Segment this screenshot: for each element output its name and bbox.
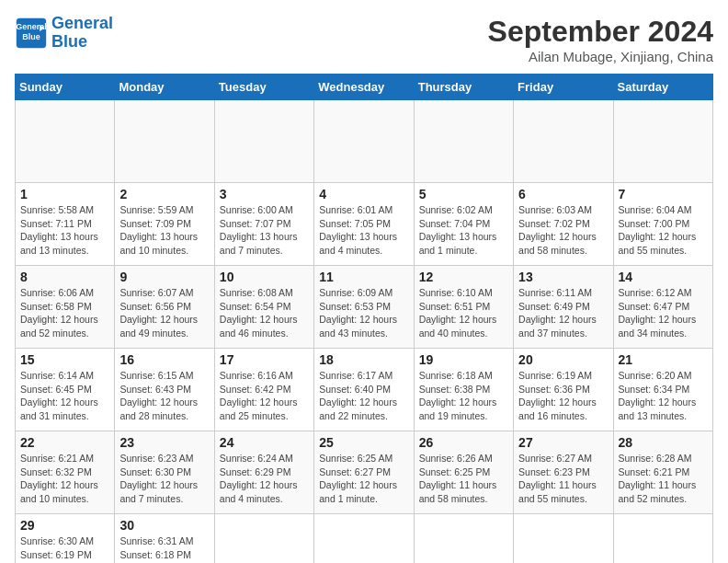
- day-number: 9: [119, 270, 209, 284]
- calendar-cell: 16Sunrise: 6:15 AM Sunset: 6:43 PM Dayli…: [115, 349, 214, 431]
- day-info: Sunrise: 6:16 AM Sunset: 6:42 PM Dayligh…: [220, 369, 309, 423]
- day-info: Sunrise: 6:31 AM Sunset: 6:18 PM Dayligh…: [119, 534, 209, 563]
- calendar-cell: 4Sunrise: 6:01 AM Sunset: 7:05 PM Daylig…: [314, 183, 414, 266]
- day-number: 19: [419, 352, 508, 367]
- calendar-cell: [214, 514, 313, 564]
- calendar-cell: 12Sunrise: 6:10 AM Sunset: 6:51 PM Dayli…: [414, 266, 513, 349]
- calendar-cell: 3Sunrise: 6:00 AM Sunset: 7:07 PM Daylig…: [214, 183, 313, 266]
- day-info: Sunrise: 6:14 AM Sunset: 6:45 PM Dayligh…: [20, 369, 109, 423]
- day-number: 18: [319, 352, 408, 367]
- week-row-4: 22Sunrise: 6:21 AM Sunset: 6:32 PM Dayli…: [16, 431, 713, 514]
- calendar-cell: [414, 100, 513, 183]
- week-row-5: 29Sunrise: 6:30 AM Sunset: 6:19 PM Dayli…: [16, 514, 713, 564]
- calendar-cell: [514, 100, 613, 183]
- day-number: 20: [518, 352, 608, 367]
- week-row-3: 15Sunrise: 6:14 AM Sunset: 6:45 PM Dayli…: [16, 349, 713, 431]
- calendar-cell: 5Sunrise: 6:02 AM Sunset: 7:04 PM Daylig…: [414, 183, 513, 266]
- day-info: Sunrise: 6:25 AM Sunset: 6:27 PM Dayligh…: [319, 452, 408, 506]
- calendar-cell: 20Sunrise: 6:19 AM Sunset: 6:36 PM Dayli…: [514, 349, 613, 431]
- week-row-1: 1Sunrise: 5:58 AM Sunset: 7:11 PM Daylig…: [16, 183, 713, 266]
- calendar-cell: 11Sunrise: 6:09 AM Sunset: 6:53 PM Dayli…: [314, 266, 414, 349]
- calendar-cell: 10Sunrise: 6:08 AM Sunset: 6:54 PM Dayli…: [214, 266, 313, 349]
- day-info: Sunrise: 6:24 AM Sunset: 6:29 PM Dayligh…: [220, 452, 309, 506]
- calendar-cell: 26Sunrise: 6:26 AM Sunset: 6:25 PM Dayli…: [414, 431, 513, 514]
- header: General Blue General Blue September 2024…: [15, 15, 713, 64]
- day-number: 16: [119, 352, 209, 367]
- day-info: Sunrise: 6:03 AM Sunset: 7:02 PM Dayligh…: [518, 203, 608, 258]
- calendar-cell: 21Sunrise: 6:20 AM Sunset: 6:34 PM Dayli…: [613, 349, 712, 431]
- day-info: Sunrise: 6:00 AM Sunset: 7:07 PM Dayligh…: [220, 203, 309, 258]
- calendar-cell: [613, 514, 712, 564]
- header-sunday: Sunday: [16, 75, 115, 100]
- calendar-cell: 25Sunrise: 6:25 AM Sunset: 6:27 PM Dayli…: [314, 431, 414, 514]
- day-number: 12: [419, 270, 508, 284]
- calendar-cell: 14Sunrise: 6:12 AM Sunset: 6:47 PM Dayli…: [613, 266, 712, 349]
- calendar-cell: 23Sunrise: 6:23 AM Sunset: 6:30 PM Dayli…: [115, 431, 214, 514]
- calendar-cell: 18Sunrise: 6:17 AM Sunset: 6:40 PM Dayli…: [314, 349, 414, 431]
- day-number: 10: [220, 270, 309, 284]
- calendar-cell: 17Sunrise: 6:16 AM Sunset: 6:42 PM Dayli…: [214, 349, 313, 431]
- calendar-cell: 1Sunrise: 5:58 AM Sunset: 7:11 PM Daylig…: [16, 183, 115, 266]
- day-info: Sunrise: 6:07 AM Sunset: 6:56 PM Dayligh…: [119, 286, 209, 340]
- day-info: Sunrise: 6:01 AM Sunset: 7:05 PM Dayligh…: [319, 203, 408, 258]
- day-info: Sunrise: 5:58 AM Sunset: 7:11 PM Dayligh…: [20, 203, 109, 258]
- calendar-cell: 28Sunrise: 6:28 AM Sunset: 6:21 PM Dayli…: [613, 431, 712, 514]
- header-tuesday: Tuesday: [214, 75, 313, 100]
- day-number: 17: [220, 352, 309, 367]
- day-info: Sunrise: 6:12 AM Sunset: 6:47 PM Dayligh…: [619, 286, 708, 340]
- day-info: Sunrise: 6:27 AM Sunset: 6:23 PM Dayligh…: [518, 452, 608, 506]
- day-info: Sunrise: 6:08 AM Sunset: 6:54 PM Dayligh…: [220, 286, 309, 340]
- day-number: 25: [319, 435, 408, 450]
- calendar-cell: [314, 514, 414, 564]
- day-number: 30: [119, 518, 209, 533]
- day-number: 26: [419, 435, 508, 450]
- header-monday: Monday: [115, 75, 214, 100]
- logo-line1: General: [51, 14, 113, 32]
- day-info: Sunrise: 6:15 AM Sunset: 6:43 PM Dayligh…: [119, 369, 209, 423]
- calendar-cell: [115, 100, 214, 183]
- day-info: Sunrise: 6:02 AM Sunset: 7:04 PM Dayligh…: [419, 203, 508, 258]
- day-info: Sunrise: 6:21 AM Sunset: 6:32 PM Dayligh…: [20, 452, 109, 506]
- day-info: Sunrise: 6:04 AM Sunset: 7:00 PM Dayligh…: [619, 203, 708, 258]
- calendar-cell: 30Sunrise: 6:31 AM Sunset: 6:18 PM Dayli…: [115, 514, 214, 564]
- header-wednesday: Wednesday: [314, 75, 414, 100]
- calendar-cell: 8Sunrise: 6:06 AM Sunset: 6:58 PM Daylig…: [16, 266, 115, 349]
- day-number: 5: [419, 187, 508, 201]
- day-number: 15: [20, 352, 109, 367]
- day-number: 21: [619, 352, 708, 367]
- day-number: 22: [20, 435, 109, 450]
- calendar-cell: 7Sunrise: 6:04 AM Sunset: 7:00 PM Daylig…: [613, 183, 712, 266]
- calendar-cell: 29Sunrise: 6:30 AM Sunset: 6:19 PM Dayli…: [16, 514, 115, 564]
- day-number: 11: [319, 270, 408, 284]
- calendar-cell: 9Sunrise: 6:07 AM Sunset: 6:56 PM Daylig…: [115, 266, 214, 349]
- day-info: Sunrise: 6:30 AM Sunset: 6:19 PM Dayligh…: [20, 534, 109, 563]
- calendar-cell: 2Sunrise: 5:59 AM Sunset: 7:09 PM Daylig…: [115, 183, 214, 266]
- calendar-cell: 24Sunrise: 6:24 AM Sunset: 6:29 PM Dayli…: [214, 431, 313, 514]
- title-area: September 2024 Ailan Mubage, Xinjiang, C…: [488, 15, 713, 64]
- main-title: September 2024: [488, 15, 713, 49]
- calendar-cell: [214, 100, 313, 183]
- day-info: Sunrise: 5:59 AM Sunset: 7:09 PM Dayligh…: [119, 203, 209, 258]
- logo-icon: General Blue: [15, 17, 48, 50]
- day-number: 4: [319, 187, 408, 201]
- day-number: 1: [20, 187, 109, 201]
- logo-line2: Blue: [51, 32, 87, 51]
- calendar-cell: [314, 100, 414, 183]
- logo-text: General Blue: [51, 15, 113, 52]
- header-saturday: Saturday: [613, 75, 712, 100]
- day-number: 28: [619, 435, 708, 450]
- day-info: Sunrise: 6:11 AM Sunset: 6:49 PM Dayligh…: [518, 286, 608, 340]
- calendar-cell: [613, 100, 712, 183]
- header-thursday: Thursday: [414, 75, 513, 100]
- subtitle: Ailan Mubage, Xinjiang, China: [488, 49, 713, 64]
- day-info: Sunrise: 6:20 AM Sunset: 6:34 PM Dayligh…: [619, 369, 708, 423]
- day-number: 7: [619, 187, 708, 201]
- week-row-0: [16, 100, 713, 183]
- day-info: Sunrise: 6:18 AM Sunset: 6:38 PM Dayligh…: [419, 369, 508, 423]
- calendar-cell: [514, 514, 613, 564]
- calendar-cell: 13Sunrise: 6:11 AM Sunset: 6:49 PM Dayli…: [514, 266, 613, 349]
- day-info: Sunrise: 6:26 AM Sunset: 6:25 PM Dayligh…: [419, 452, 508, 506]
- header-friday: Friday: [514, 75, 613, 100]
- calendar-cell: 27Sunrise: 6:27 AM Sunset: 6:23 PM Dayli…: [514, 431, 613, 514]
- svg-text:Blue: Blue: [22, 32, 40, 41]
